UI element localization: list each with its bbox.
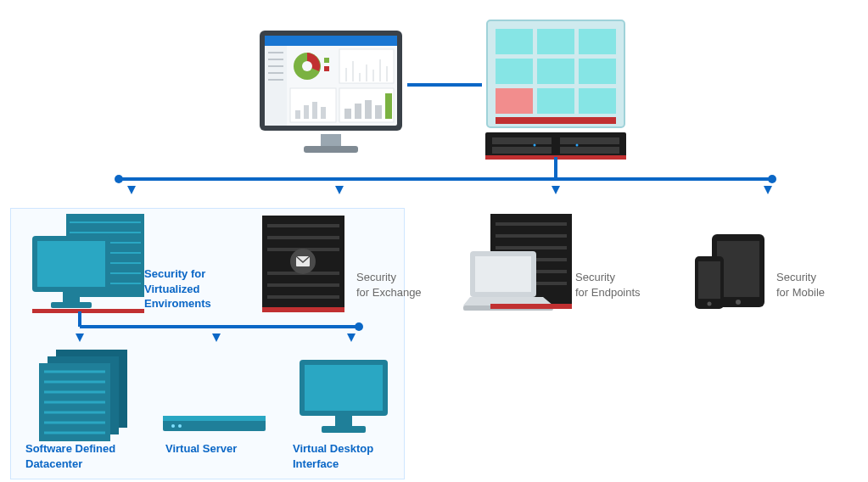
security-mobile-label: Security for Mobile xyxy=(776,270,825,300)
connector-console-to-appliance xyxy=(407,83,482,87)
svg-rect-38 xyxy=(496,59,533,84)
svg-marker-105 xyxy=(76,333,84,342)
svg-rect-125 xyxy=(322,426,366,433)
svg-rect-26 xyxy=(365,100,372,119)
svg-rect-35 xyxy=(496,29,533,54)
virtual-server-label: Virtual Server xyxy=(165,441,237,457)
svg-marker-60 xyxy=(764,186,772,194)
svg-rect-40 xyxy=(579,59,616,84)
svg-rect-14 xyxy=(324,66,329,71)
svg-point-101 xyxy=(708,302,712,306)
architecture-diagram: Security for Virtualized Enviroments Sec… xyxy=(8,17,860,482)
svg-point-98 xyxy=(736,300,741,305)
svg-marker-107 xyxy=(347,333,356,342)
svg-rect-0 xyxy=(321,134,341,146)
svg-rect-50 xyxy=(560,147,619,154)
svg-rect-28 xyxy=(385,93,392,119)
management-console-icon xyxy=(255,25,407,161)
svg-point-51 xyxy=(534,144,536,147)
svg-rect-36 xyxy=(537,29,574,54)
svg-rect-5 xyxy=(265,46,287,126)
svg-point-104 xyxy=(355,322,363,331)
svg-point-52 xyxy=(576,144,579,147)
svg-rect-32 xyxy=(312,102,317,119)
virtual-server-icon xyxy=(161,414,267,434)
svg-rect-95 xyxy=(490,304,572,309)
svg-rect-37 xyxy=(579,29,616,54)
svg-rect-13 xyxy=(324,58,329,63)
software-defined-datacenter-label: Software Defined Datacenter xyxy=(25,441,115,471)
security-exchange-icon xyxy=(259,212,348,316)
svg-rect-4 xyxy=(265,36,397,46)
security-appliance-icon xyxy=(484,17,628,165)
virtualized-environments-icon xyxy=(25,210,148,321)
svg-rect-47 xyxy=(492,137,552,144)
svg-marker-106 xyxy=(212,333,221,342)
svg-rect-44 xyxy=(496,117,616,124)
svg-rect-41 xyxy=(496,88,533,114)
svg-rect-123 xyxy=(305,365,383,411)
svg-marker-58 xyxy=(335,186,344,194)
bus-line-main xyxy=(110,157,781,199)
virtual-desktop-interface-label: Virtual Desktop Interface xyxy=(293,441,373,471)
svg-rect-100 xyxy=(698,261,720,299)
svg-rect-70 xyxy=(37,241,105,287)
svg-rect-48 xyxy=(560,137,619,144)
svg-point-12 xyxy=(302,61,312,71)
svg-rect-45 xyxy=(485,132,626,158)
svg-rect-92 xyxy=(475,256,531,292)
security-mobile-icon xyxy=(692,231,768,316)
svg-rect-39 xyxy=(537,59,574,84)
security-exchange-label: Security for Exchange xyxy=(356,270,422,300)
svg-rect-119 xyxy=(163,416,266,421)
svg-rect-43 xyxy=(579,88,616,114)
svg-rect-31 xyxy=(304,105,309,119)
svg-rect-1 xyxy=(304,146,358,153)
svg-rect-124 xyxy=(335,416,352,426)
svg-rect-24 xyxy=(344,109,351,119)
security-endpoints-icon xyxy=(458,210,577,319)
svg-rect-72 xyxy=(51,302,92,308)
bus-line-virtualized xyxy=(64,311,369,345)
svg-rect-33 xyxy=(321,107,326,119)
svg-marker-59 xyxy=(552,186,560,194)
software-defined-datacenter-icon xyxy=(34,348,132,441)
svg-point-120 xyxy=(171,424,175,428)
security-endpoints-label: Security for Endpoints xyxy=(575,270,641,300)
svg-rect-25 xyxy=(355,104,361,119)
svg-point-56 xyxy=(768,175,776,183)
svg-rect-27 xyxy=(375,105,382,119)
virtual-desktop-interface-icon xyxy=(293,355,395,440)
svg-rect-49 xyxy=(492,147,552,154)
svg-point-121 xyxy=(178,424,182,428)
virtualized-environments-label: Security for Virtualized Enviroments xyxy=(144,266,238,311)
svg-rect-71 xyxy=(63,292,80,302)
svg-marker-57 xyxy=(127,186,136,194)
svg-rect-30 xyxy=(295,110,300,119)
svg-rect-42 xyxy=(537,88,574,114)
svg-point-55 xyxy=(115,175,123,183)
